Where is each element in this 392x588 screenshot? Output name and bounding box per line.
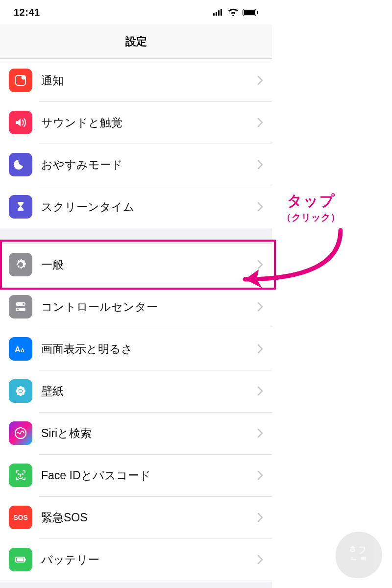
- chevron-right-icon: [257, 202, 263, 212]
- settings-row-battery[interactable]: バッテリー: [0, 539, 272, 581]
- row-label: おやすみモード: [41, 157, 257, 172]
- nav-header: 設定: [0, 24, 272, 59]
- annotation-line1: タップ: [282, 191, 341, 211]
- moon-icon: [9, 153, 32, 176]
- chevron-right-icon: [257, 118, 263, 127]
- settings-row-dnd[interactable]: おやすみモード: [0, 144, 272, 186]
- annotation-label: タップ （クリック）: [282, 191, 341, 224]
- svg-point-21: [22, 387, 24, 390]
- row-label: Siriと検索: [41, 426, 257, 441]
- settings-row-faceid[interactable]: Face IDとパスコード: [0, 454, 272, 496]
- svg-point-25: [18, 474, 19, 475]
- toggle-icon: [9, 295, 32, 318]
- svg-point-23: [22, 392, 24, 395]
- svg-rect-0: [213, 13, 215, 16]
- chevron-right-icon: [257, 470, 263, 480]
- chevron-right-icon: [257, 75, 263, 85]
- siri-icon: [9, 421, 32, 445]
- settings-row-display[interactable]: AA画面表示と明るさ: [0, 328, 272, 370]
- row-label: Face IDとパスコード: [41, 468, 257, 483]
- svg-text:A: A: [15, 345, 21, 354]
- status-indicators: [213, 8, 258, 16]
- svg-rect-6: [257, 11, 258, 14]
- flower-icon: [9, 379, 32, 403]
- wifi-icon: [228, 8, 239, 16]
- annotation-arrow: [225, 225, 363, 299]
- annotation-line2: （クリック）: [282, 211, 341, 224]
- row-label: バッテリー: [41, 552, 257, 567]
- chevron-right-icon: [257, 344, 263, 354]
- svg-text:A: A: [21, 347, 24, 353]
- settings-group: 通知サウンドと触覚おやすみモードスクリーンタイム: [0, 59, 272, 228]
- svg-point-8: [22, 75, 26, 80]
- settings-row-wallpaper[interactable]: 壁紙: [0, 370, 272, 412]
- row-label: 通知: [41, 73, 257, 88]
- settings-row-screentime[interactable]: スクリーンタイム: [0, 186, 272, 228]
- settings-row-sos[interactable]: SOS緊急SOS: [0, 496, 272, 539]
- chevron-right-icon: [257, 555, 263, 564]
- face-id-icon: [9, 464, 32, 487]
- settings-list[interactable]: 通知サウンドと触覚おやすみモードスクリーンタイム一般コントロールセンターAA画面…: [0, 59, 272, 581]
- settings-row-notifications[interactable]: 通知: [0, 59, 272, 101]
- chevron-right-icon: [257, 386, 263, 396]
- row-label: スクリーンタイム: [41, 199, 257, 215]
- svg-rect-5: [244, 10, 255, 15]
- svg-point-15: [19, 390, 22, 392]
- svg-rect-3: [220, 9, 222, 16]
- row-label: 一般: [41, 257, 257, 272]
- notification-icon: [9, 69, 32, 92]
- gear-icon: [9, 253, 32, 276]
- sound-icon: [9, 111, 32, 134]
- settings-row-siri[interactable]: Siriと検索: [0, 412, 272, 454]
- hourglass-icon: [9, 195, 32, 219]
- svg-rect-28: [25, 559, 26, 561]
- svg-rect-29: [17, 558, 24, 561]
- svg-point-10: [23, 303, 24, 305]
- chevron-right-icon: [257, 428, 263, 438]
- svg-text:ᄂᄐ: ᄂᄐ: [350, 556, 370, 567]
- svg-point-26: [22, 474, 23, 475]
- svg-point-20: [17, 387, 20, 390]
- svg-rect-2: [218, 10, 220, 16]
- svg-text:ᄒᄀ: ᄒᄀ: [349, 545, 369, 556]
- cellular-icon: [213, 9, 224, 16]
- sos-icon: SOS: [9, 506, 32, 529]
- row-label: 画面表示と明るさ: [41, 342, 257, 357]
- row-label: サウンドと触覚: [41, 115, 257, 130]
- row-label: 壁紙: [41, 384, 257, 399]
- page-title: 設定: [125, 34, 147, 49]
- row-label: 緊急SOS: [41, 510, 257, 525]
- svg-point-12: [17, 309, 19, 311]
- chevron-right-icon: [257, 160, 263, 170]
- chevron-right-icon: [257, 302, 263, 312]
- row-label: コントロールセンター: [41, 299, 257, 315]
- svg-rect-1: [216, 12, 217, 16]
- chevron-right-icon: [257, 513, 263, 522]
- svg-point-22: [17, 392, 20, 395]
- battery-icon: [243, 9, 258, 16]
- text-size-icon: AA: [9, 337, 32, 361]
- battery-icon: [9, 548, 32, 571]
- status-bar: 12:41: [0, 0, 272, 24]
- settings-row-sound[interactable]: サウンドと触覚: [0, 101, 272, 144]
- status-time: 12:41: [14, 7, 40, 18]
- watermark-badge: ᄒᄀᄂᄐ: [336, 532, 382, 578]
